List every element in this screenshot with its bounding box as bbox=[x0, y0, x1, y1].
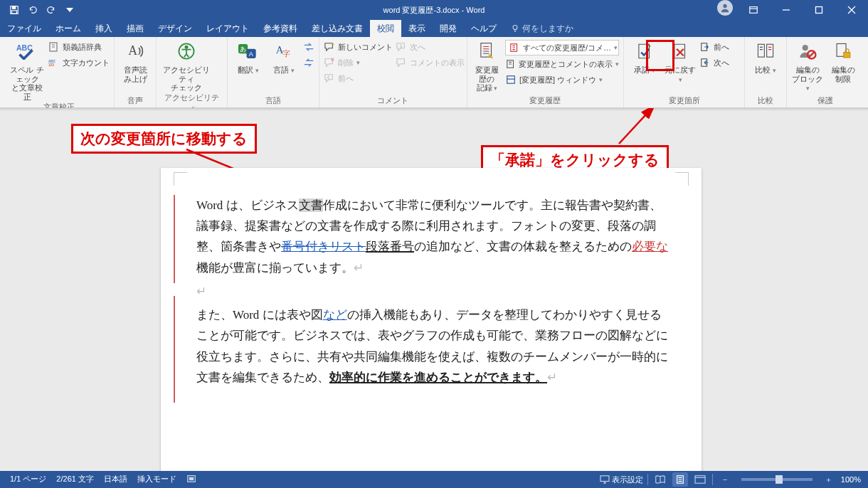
convert-icon bbox=[303, 41, 314, 53]
tab-layout[interactable]: レイアウト bbox=[199, 20, 256, 37]
view-web-layout-icon[interactable] bbox=[692, 472, 708, 487]
block-authors-label: 編集の ブロック bbox=[791, 65, 824, 92]
doc-deleted-text: 番号付きリスト bbox=[281, 240, 366, 253]
status-page[interactable]: 1/1 ページ bbox=[10, 474, 46, 485]
show-markup-button[interactable]: 変更履歴とコメントの表示 bbox=[505, 57, 619, 71]
zoom-in-icon[interactable]: ＋ bbox=[821, 472, 837, 487]
tab-insert[interactable]: 挿入 bbox=[88, 20, 120, 37]
tab-view[interactable]: 表示 bbox=[401, 20, 433, 37]
tab-developer[interactable]: 開発 bbox=[433, 20, 464, 37]
prev-change-icon bbox=[699, 41, 711, 53]
zoom-out-icon[interactable]: − bbox=[717, 472, 733, 487]
doc-paragraph-2[interactable]: また、Word には表や図などの挿入機能もあり、データを整理してわかりやすく見せ… bbox=[196, 304, 669, 388]
prev-comment-button: 前へ bbox=[324, 71, 393, 85]
thesaurus-button[interactable]: 類義語辞典 bbox=[48, 40, 110, 54]
doc-text: の追加など、文書の体裁を整えるための bbox=[414, 240, 632, 253]
status-mode[interactable]: 挿入モード bbox=[137, 474, 176, 485]
save-icon[interactable] bbox=[6, 1, 23, 18]
group-comments-label: コメント bbox=[324, 95, 462, 107]
read-aloud-label: 音声読 み上げ bbox=[124, 65, 147, 83]
track-changes-button[interactable]: 変更履歴の 記録 bbox=[472, 38, 502, 92]
new-comment-button[interactable]: 新しいコメント bbox=[324, 40, 393, 54]
group-comments: 新しいコメント 削除 前へ 次へ コメントの表示 コメント bbox=[319, 37, 467, 107]
account-avatar-icon[interactable] bbox=[717, 0, 733, 16]
lang-misc1[interactable] bbox=[303, 40, 314, 54]
undo-icon[interactable] bbox=[24, 1, 41, 18]
status-macro-icon[interactable] bbox=[186, 474, 196, 485]
status-lang[interactable]: 日本語 bbox=[104, 474, 127, 485]
next-change-button[interactable]: 次へ bbox=[699, 55, 729, 70]
pilcrow-icon: ↵ bbox=[354, 261, 364, 275]
tab-help[interactable]: ヘルプ bbox=[464, 20, 504, 37]
tab-file[interactable]: ファイル bbox=[0, 20, 48, 37]
restrict-editing-button[interactable]: 編集の 制限 bbox=[827, 38, 859, 90]
zoom-level[interactable]: 100% bbox=[841, 475, 861, 484]
next-comment-label: 次へ bbox=[410, 42, 425, 53]
status-display-settings[interactable]: 表示設定 bbox=[600, 474, 643, 485]
svg-rect-1 bbox=[12, 6, 15, 9]
document-page[interactable]: Word は、ビジネス文書作成において非常に便利なツールです。主に報告書や契約書… bbox=[161, 168, 702, 471]
group-changes-label: 変更箇所 bbox=[628, 95, 740, 107]
block-authors-button[interactable]: 編集の ブロック bbox=[791, 38, 824, 92]
compare-button[interactable]: 比較 bbox=[749, 38, 782, 90]
show-comments-button: コメントの表示 bbox=[396, 55, 465, 70]
tab-design[interactable]: デザイン bbox=[151, 20, 199, 37]
view-print-layout-icon[interactable] bbox=[672, 472, 688, 487]
tab-references[interactable]: 参考資料 bbox=[256, 20, 305, 37]
svg-text:あ: あ bbox=[240, 46, 246, 53]
doc-replacement-text: 段落番号 bbox=[366, 240, 414, 253]
language-button[interactable]: A字 言語 bbox=[268, 38, 300, 90]
qat-more-icon[interactable] bbox=[61, 1, 78, 18]
document-area: 次の変更箇所に移動する 「承諾」をクリックする Word は、ビジネス文書作成に… bbox=[0, 108, 868, 471]
svg-text:ABC: ABC bbox=[48, 60, 56, 63]
tell-me[interactable]: 何をしますか bbox=[504, 20, 581, 37]
tab-draw[interactable]: 描画 bbox=[120, 20, 151, 37]
svg-point-9 bbox=[513, 26, 517, 30]
prev-comment-label: 前へ bbox=[338, 73, 354, 84]
show-markup-icon bbox=[505, 58, 516, 70]
svg-point-3 bbox=[723, 4, 726, 8]
svg-rect-39 bbox=[600, 476, 609, 482]
group-tracking-label: 変更履歴 bbox=[472, 95, 619, 107]
ribbon-display-icon[interactable] bbox=[737, 0, 770, 20]
annotation-highlight-accept bbox=[646, 40, 674, 71]
group-tracking: 変更履歴の 記録 すべての変更履歴/コメ…▾ 変更履歴とコメントの表示 [変更履… bbox=[467, 37, 624, 107]
new-comment-icon bbox=[324, 41, 335, 53]
tab-mailings[interactable]: 差し込み文書 bbox=[305, 20, 370, 37]
translate-button[interactable]: あA 翻訳 bbox=[232, 38, 265, 90]
translate-label: 翻訳 bbox=[238, 65, 259, 75]
display-for-review-label: すべての変更履歴/コメ… bbox=[523, 43, 611, 53]
reviewing-pane-button[interactable]: [変更履歴] ウィンドウ bbox=[505, 73, 619, 87]
status-words[interactable]: 2/261 文字 bbox=[56, 474, 94, 485]
doc-inserted-text: など bbox=[323, 308, 347, 322]
doc-paragraph-1[interactable]: Word は、ビジネス文書作成において非常に便利なツールです。主に報告書や契約書… bbox=[196, 195, 669, 278]
svg-text:字: 字 bbox=[282, 49, 290, 58]
next-comment-icon bbox=[396, 41, 407, 53]
prev-change-label: 前へ bbox=[714, 42, 729, 53]
tab-home[interactable]: ホーム bbox=[48, 20, 88, 37]
show-markup-label: 変更履歴とコメントの表示 bbox=[519, 59, 613, 70]
redo-icon[interactable] bbox=[43, 1, 60, 18]
close-icon[interactable] bbox=[835, 0, 868, 20]
zoom-slider[interactable] bbox=[741, 478, 813, 481]
word-count-label: 文字カウント bbox=[63, 58, 110, 68]
group-speech: A 音声読 み上げ 音声 bbox=[115, 37, 157, 107]
restrict-editing-icon bbox=[832, 40, 854, 63]
lang-misc2[interactable] bbox=[303, 55, 314, 70]
doc-text: また、Word には表や図 bbox=[196, 308, 323, 322]
group-a11y: アクセシビリティ チェック アクセシビリティ bbox=[157, 37, 228, 107]
read-aloud-button[interactable]: A 音声読 み上げ bbox=[119, 38, 152, 90]
document-body[interactable]: Word は、ビジネス文書作成において非常に便利なツールです。主に報告書や契約書… bbox=[196, 195, 669, 391]
word-count-button[interactable]: ABC123文字カウント bbox=[48, 55, 110, 70]
maximize-icon[interactable] bbox=[803, 0, 835, 20]
thesaurus-icon bbox=[48, 41, 60, 53]
spell-check-button[interactable]: ABC スペル チェック と文章校正 bbox=[9, 38, 46, 102]
prev-change-button[interactable]: 前へ bbox=[699, 40, 729, 54]
a11y-check-button[interactable]: アクセシビリティ チェック bbox=[161, 38, 212, 92]
display-for-review[interactable]: すべての変更履歴/コメ…▾ bbox=[505, 40, 619, 55]
view-read-mode-icon[interactable] bbox=[652, 472, 668, 487]
language-label: 言語 bbox=[273, 65, 295, 75]
a11y-icon bbox=[175, 40, 198, 63]
tab-review[interactable]: 校閲 bbox=[370, 20, 401, 37]
minimize-icon[interactable] bbox=[770, 0, 803, 20]
